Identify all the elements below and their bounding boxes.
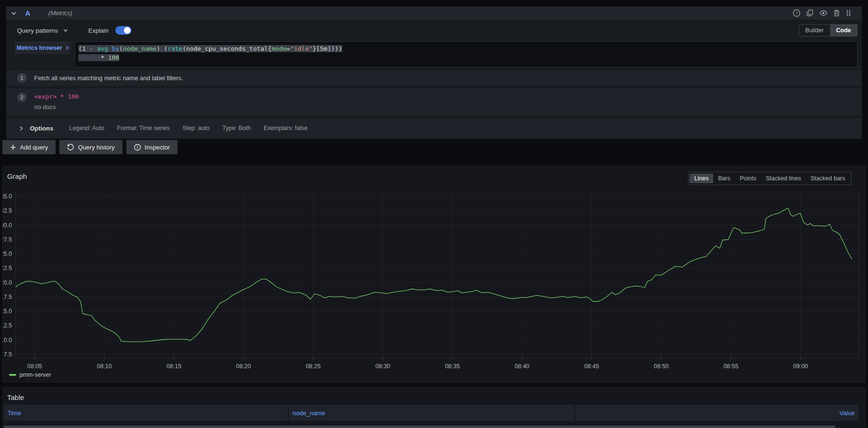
options-row[interactable]: Options Legend: Auto Format: Time series… bbox=[6, 118, 862, 138]
query-patterns-chevron-down-icon[interactable] bbox=[63, 28, 68, 33]
explain-toggle[interactable] bbox=[115, 26, 132, 35]
svg-text:08:05: 08:05 bbox=[27, 363, 42, 370]
svg-text:08:45: 08:45 bbox=[584, 363, 599, 370]
svg-text:08:55: 08:55 bbox=[724, 363, 738, 370]
svg-text:08:30: 08:30 bbox=[376, 363, 390, 370]
svg-text:27.5: 27.5 bbox=[3, 236, 12, 243]
plus-icon bbox=[10, 144, 16, 150]
option-exemplars: Exemplars: false bbox=[264, 125, 307, 131]
editor-mode-switch: Builder Code bbox=[799, 24, 858, 37]
svg-text:32.5: 32.5 bbox=[3, 207, 12, 214]
query-editor-card: A (Metrics) ? Query bbox=[6, 7, 862, 139]
table-column-node-name[interactable]: node_name bbox=[289, 405, 575, 421]
add-query-button[interactable]: Add query bbox=[2, 140, 56, 154]
inspector-button[interactable]: Inspector bbox=[126, 140, 178, 154]
svg-text:08:15: 08:15 bbox=[167, 363, 181, 370]
svg-text:15.0: 15.0 bbox=[3, 308, 12, 315]
info-icon bbox=[134, 144, 141, 151]
promql-code-editor[interactable]: (1 - avg by(node_name) (rate(node_cpu_se… bbox=[75, 41, 858, 67]
table-panel: Table Time node_name Value bbox=[2, 387, 866, 428]
explain-step-2: 2 <expr> * 100 no docs bbox=[6, 89, 862, 115]
svg-text:20.0: 20.0 bbox=[3, 279, 12, 286]
table-column-value[interactable]: Value bbox=[576, 405, 859, 421]
svg-text:17.5: 17.5 bbox=[3, 294, 12, 300]
table-header-row: Time node_name Value bbox=[4, 405, 859, 421]
add-query-label: Add query bbox=[20, 144, 48, 151]
option-type: Type: Both bbox=[222, 125, 251, 131]
svg-text:?: ? bbox=[795, 11, 798, 16]
svg-text:22.5: 22.5 bbox=[3, 265, 12, 271]
svg-text:08:25: 08:25 bbox=[306, 363, 321, 370]
table-partial-row bbox=[4, 426, 835, 428]
svg-text:08:10: 08:10 bbox=[97, 363, 112, 370]
code-mode-button[interactable]: Code bbox=[830, 25, 857, 36]
grip-icon[interactable] bbox=[846, 9, 851, 17]
legend-series-label: pmm-server bbox=[19, 372, 51, 378]
chevron-right-icon bbox=[65, 46, 69, 50]
explain-label: Explain bbox=[88, 27, 109, 34]
explore-actions: Add query Query history Inspector bbox=[2, 140, 178, 154]
options-chevron-right-icon[interactable] bbox=[19, 126, 24, 131]
explain-expression: <expr> * 100 bbox=[34, 93, 79, 100]
svg-text:10.0: 10.0 bbox=[3, 337, 12, 344]
step-number-badge: 1 bbox=[17, 73, 27, 83]
options-label: Options bbox=[30, 125, 53, 132]
query-history-button[interactable]: Query history bbox=[59, 140, 122, 154]
copy-icon[interactable] bbox=[806, 9, 814, 17]
svg-text:30.0: 30.0 bbox=[3, 222, 12, 229]
query-patterns-button[interactable]: Query patterns bbox=[17, 27, 58, 34]
svg-text:08:50: 08:50 bbox=[654, 363, 669, 370]
explain-no-docs: no docs bbox=[34, 103, 56, 111]
step-number-badge: 2 bbox=[17, 93, 27, 102]
svg-text:25.0: 25.0 bbox=[3, 251, 12, 257]
option-legend: Legend: Auto bbox=[69, 125, 104, 131]
inspector-label: Inspector bbox=[145, 144, 170, 151]
query-history-label: Query history bbox=[78, 144, 114, 151]
eye-icon[interactable] bbox=[819, 9, 828, 17]
svg-text:7.5: 7.5 bbox=[4, 351, 12, 358]
graph-canvas[interactable]: 7.510.012.515.017.520.022.525.027.530.03… bbox=[3, 167, 866, 383]
table-panel-title: Table bbox=[7, 393, 24, 401]
query-toolbar: Query patterns Explain Builder Code bbox=[6, 19, 862, 41]
option-step: Step: auto bbox=[182, 125, 209, 131]
code-line-2: ······* 100 bbox=[78, 54, 119, 61]
svg-text:35.0: 35.0 bbox=[3, 193, 12, 200]
option-format: Format: Time series bbox=[117, 125, 170, 131]
datasource-hint: (Metrics) bbox=[48, 9, 73, 17]
query-row-header[interactable]: A (Metrics) ? bbox=[6, 7, 862, 19]
explain-step-text: Fetch all series matching metric name an… bbox=[34, 74, 183, 82]
svg-text:12.5: 12.5 bbox=[3, 322, 12, 329]
svg-text:09:00: 09:00 bbox=[793, 363, 808, 370]
trash-icon[interactable] bbox=[833, 9, 840, 17]
graph-panel: Graph Lines Bars Points Stacked lines St… bbox=[2, 166, 866, 382]
table-column-time[interactable]: Time bbox=[4, 405, 288, 421]
toggle-knob bbox=[124, 27, 131, 34]
builder-mode-button[interactable]: Builder bbox=[799, 25, 830, 36]
collapse-chevron-down-icon[interactable] bbox=[10, 10, 17, 17]
help-icon[interactable]: ? bbox=[793, 9, 801, 17]
history-icon bbox=[67, 144, 74, 151]
svg-text:08:35: 08:35 bbox=[445, 363, 460, 370]
query-ref-id: A bbox=[25, 9, 30, 17]
explore-page: A (Metrics) ? Query bbox=[0, 0, 868, 428]
svg-text:08:20: 08:20 bbox=[236, 363, 251, 370]
legend-swatch bbox=[9, 374, 16, 376]
metrics-browser-label: Metrics browser bbox=[17, 45, 62, 51]
metrics-browser-button[interactable]: Metrics browser bbox=[15, 41, 71, 54]
code-line-1: (1 - avg by(node_name) (rate(node_cpu_se… bbox=[78, 45, 342, 52]
svg-text:08:40: 08:40 bbox=[515, 363, 529, 370]
explain-step-1: 1 Fetch all series matching metric name … bbox=[6, 70, 862, 86]
